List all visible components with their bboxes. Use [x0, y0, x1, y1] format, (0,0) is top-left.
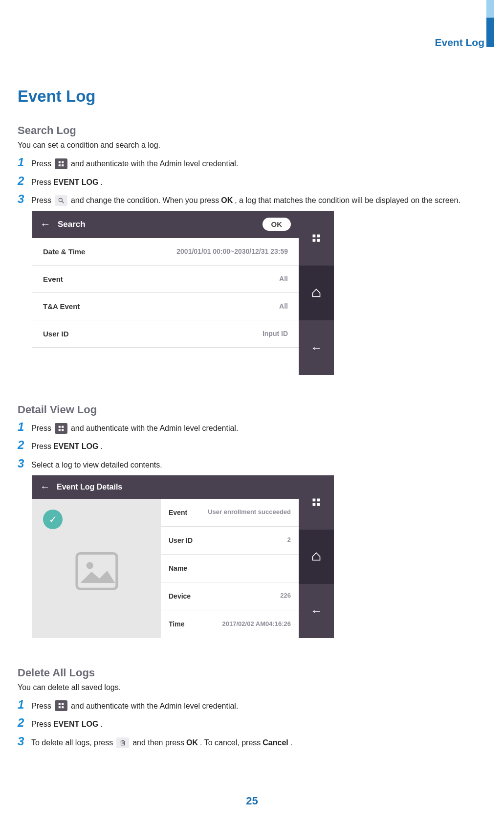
detail-mockup: ← Event Log Details ✓ Event User enrollm…: [32, 475, 334, 638]
row-label: User ID: [169, 536, 193, 544]
svg-rect-21: [62, 703, 64, 705]
svg-rect-11: [62, 425, 64, 427]
step-text: Press EVENT LOG.: [31, 438, 103, 453]
check-icon: ✓: [43, 510, 63, 529]
row-value: 2017/02/02 AM04:16:26: [222, 620, 291, 628]
svg-rect-16: [313, 499, 316, 502]
row-value: User enrollment succeeded: [208, 508, 291, 516]
back-arrow-icon[interactable]: ←: [40, 481, 50, 492]
svg-line-5: [62, 201, 64, 203]
trash-icon: [116, 737, 129, 748]
side-home-button[interactable]: [299, 530, 334, 584]
mock-row-date[interactable]: Date & Time 2001/01/01 00:00~2030/12/31 …: [32, 238, 299, 266]
mock-main: ← Search OK Date & Time 2001/01/01 00:00…: [32, 211, 299, 375]
svg-rect-17: [317, 499, 320, 502]
mock-main: ← Event Log Details ✓ Event User enrollm…: [32, 475, 299, 638]
text: and change the condition. When you press: [71, 194, 219, 207]
detail-step-1: 1 Press and authenticate with the Admin …: [18, 420, 484, 435]
text: .: [100, 440, 102, 453]
text: Press: [31, 422, 51, 435]
step-number: 3: [18, 192, 31, 206]
search-mockup: ← Search OK Date & Time 2001/01/01 00:00…: [32, 211, 334, 375]
svg-rect-19: [317, 503, 320, 506]
delete-step-1: 1 Press and authenticate with the Admin …: [18, 698, 484, 713]
svg-point-4: [59, 198, 62, 201]
detail-row-name: Name: [161, 555, 299, 582]
mock-right-panel: Event User enrollment succeeded User ID …: [161, 499, 299, 638]
step-number: 2: [18, 174, 31, 188]
svg-rect-8: [313, 239, 316, 242]
row-label: Device: [169, 592, 191, 600]
text: Press: [31, 718, 51, 731]
step-number: 1: [18, 698, 31, 712]
step-number: 3: [18, 457, 31, 470]
row-label: Time: [169, 620, 184, 628]
side-back-button[interactable]: ←: [299, 584, 334, 638]
text-bold: EVENT LOG: [53, 440, 98, 453]
row-label: Event: [169, 509, 187, 516]
row-label: User ID: [43, 330, 69, 338]
delete-all-intro: You can delete all saved logs.: [18, 683, 484, 692]
svg-rect-14: [77, 553, 117, 589]
row-label: Name: [169, 564, 187, 572]
step-number: 1: [18, 420, 31, 434]
mock-row-user-id[interactable]: User ID Input ID: [32, 320, 299, 348]
back-arrow-icon: ←: [40, 218, 51, 231]
svg-rect-1: [62, 161, 64, 163]
row-label: Event: [43, 275, 63, 283]
search-icon: [55, 195, 67, 206]
svg-rect-12: [59, 429, 61, 431]
row-value: 2: [287, 536, 291, 544]
side-home-button[interactable]: [299, 266, 334, 320]
mock-header: ← Search OK: [32, 211, 299, 238]
text: and authenticate with the Admin level cr…: [71, 700, 238, 713]
detail-row-event: Event User enrollment succeeded: [161, 499, 299, 527]
svg-rect-22: [59, 707, 61, 709]
search-log-heading: Search Log: [18, 124, 484, 137]
mock-row-event[interactable]: Event All: [32, 266, 299, 293]
side-apps-button[interactable]: [299, 211, 334, 266]
mock-row-ta-event[interactable]: T&A Event All: [32, 293, 299, 320]
step-number: 2: [18, 716, 31, 730]
text-bold: EVENT LOG: [53, 718, 98, 731]
ok-button[interactable]: OK: [263, 218, 291, 231]
step-text: Press EVENT LOG.: [31, 716, 103, 731]
svg-rect-20: [59, 703, 61, 705]
text: Press: [31, 157, 51, 170]
text-bold: Cancel: [263, 736, 288, 749]
svg-point-15: [86, 562, 93, 569]
svg-rect-9: [317, 239, 320, 242]
mock-left-panel: ✓: [32, 499, 161, 638]
side-apps-button[interactable]: [299, 475, 334, 530]
mock-back[interactable]: ← Search: [40, 218, 86, 231]
svg-rect-23: [62, 707, 64, 709]
back-arrow-icon: ←: [310, 341, 322, 355]
row-value: All: [279, 302, 288, 310]
mock-header: ← Event Log Details: [32, 475, 299, 499]
text: , a log that matches the condition will …: [235, 194, 460, 207]
step-text: Select a log to view detailed contents.: [31, 457, 162, 471]
text: .: [100, 718, 102, 731]
apps-icon: [55, 423, 67, 434]
svg-rect-0: [59, 161, 61, 163]
text: . To cancel, press: [200, 736, 261, 749]
step-text: Press and authenticate with the Admin le…: [31, 156, 238, 170]
step-text: Press EVENT LOG.: [31, 174, 103, 189]
mock-sidebar: ←: [299, 475, 334, 638]
text: .: [290, 736, 292, 749]
svg-rect-3: [62, 164, 64, 166]
search-step-2: 2 Press EVENT LOG.: [18, 174, 484, 189]
step-number: 1: [18, 156, 31, 169]
text: Press: [31, 440, 51, 453]
text: Press: [31, 700, 51, 713]
svg-rect-7: [317, 234, 320, 237]
delete-all-heading: Delete All Logs: [18, 667, 484, 679]
svg-rect-2: [59, 164, 61, 166]
step-text: Press and authenticate with the Admin le…: [31, 698, 238, 713]
row-value: 2001/01/01 00:00~2030/12/31 23:59: [176, 247, 288, 255]
side-back-button[interactable]: ←: [299, 320, 334, 375]
detail-step-3: 3 Select a log to view detailed contents…: [18, 457, 484, 471]
step-text: Press and authenticate with the Admin le…: [31, 420, 238, 435]
row-label: T&A Event: [43, 302, 80, 311]
page-number: 25: [0, 795, 504, 807]
